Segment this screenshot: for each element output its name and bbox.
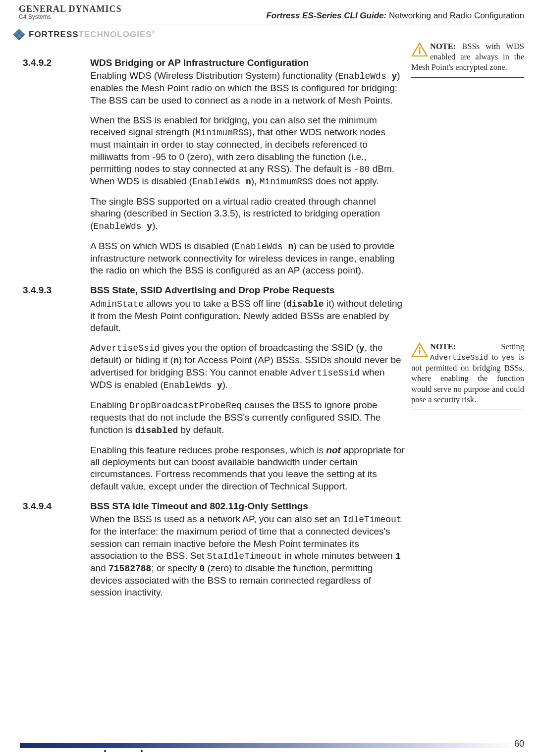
fortress-logo-line: FORTRESSTECHNOLOGIES® [0,29,543,40]
section-row: 3.4.9.2 WDS Bridging or AP Infrastructur… [23,57,524,284]
page-header: GENERAL DYNAMICS C4 Systems Fortress ES-… [0,0,543,21]
page-body: NOTE: BSSs with WDS enabled are always i… [0,40,543,607]
sidenote-2: NOTE: Setting AdvertiseSsid to yes is no… [411,341,524,410]
tech-word: TECHNOLOGIES [79,30,152,39]
diamond-icon [14,29,25,40]
section-content: BSS State, SSID Advertising and Drop Pro… [90,284,405,500]
brand-line1: GENERAL DYNAMICS [19,4,122,14]
header-rule [73,24,523,24]
footer-bar [20,743,515,748]
fortress-name: FORTRESSTECHNOLOGIES® [29,30,156,40]
sidenote-rule [411,77,524,78]
section-number: 3.4.9.3 [23,284,90,500]
paragraph: A BSS on which WDS is disabled (EnableWd… [90,240,405,277]
paragraph: When the BSS is used as a network AP, yo… [90,513,405,598]
paragraph: AdvertiseSsid gives you the option of br… [90,342,405,391]
note2-setting: Setting [501,341,524,352]
footer-dots [104,750,143,752]
section-row: 3.4.9.4 BSS STA Idle Timeout and 802.11g… [23,500,524,607]
paragraph: When the BSS is enabled for bridging, yo… [90,114,405,188]
note1-label: NOTE: [430,42,456,51]
svg-point-1 [419,47,421,49]
info-triangle-icon [411,342,428,357]
section-number: 3.4.9.2 [23,57,90,284]
note2-mono: AdvertiseSsid [430,354,488,362]
section-content: BSS STA Idle Timeout and 802.11g-Only Se… [90,500,405,607]
svg-point-4 [419,347,421,349]
doc-title-bold: Fortress ES-Series CLI Guide: [266,11,386,20]
paragraph: AdminState allows you to take a BSS off … [90,298,405,334]
note2-label: NOTE: [430,342,456,351]
svg-rect-2 [419,50,421,54]
fortress-word: FORTRESS [29,30,79,39]
section-content: WDS Bridging or AP Infrastructure Config… [90,57,405,284]
brand-line2: C4 Systems [19,13,122,20]
section-heading: BSS STA Idle Timeout and 802.11g-Only Se… [90,500,405,512]
paragraph: Enabling WDS (Wireless Distribution Syst… [90,70,405,107]
info-triangle-icon [411,42,428,57]
paragraph: The single BSS supported on a virtual ra… [90,196,405,232]
doc-title-rest: Networking and Radio Configuration [386,11,524,20]
doc-title: Fortress ES-Series CLI Guide: Networking… [266,11,524,21]
page-number: 60 [514,739,524,749]
note2-to: to [488,352,502,362]
section-number: 3.4.9.4 [23,500,90,607]
section-heading: WDS Bridging or AP Infrastructure Config… [90,57,405,69]
brand-logo: GENERAL DYNAMICS C4 Systems [19,4,122,20]
svg-rect-5 [419,350,421,354]
note2-yes: yes [502,354,515,362]
reg-mark: ® [152,30,156,35]
paragraph: Enabling DropBroadcastProbeReq causes th… [90,399,405,436]
sidenote-1: NOTE: BSSs with WDS enabled are always i… [411,41,524,78]
note1-text: BSSs with WDS enabled are always in the … [411,42,524,72]
section-heading: BSS State, SSID Advertising and Drop Pro… [90,284,405,296]
sidenote-rule [411,410,524,410]
paragraph: Enabling this feature reduces probe resp… [90,444,405,492]
